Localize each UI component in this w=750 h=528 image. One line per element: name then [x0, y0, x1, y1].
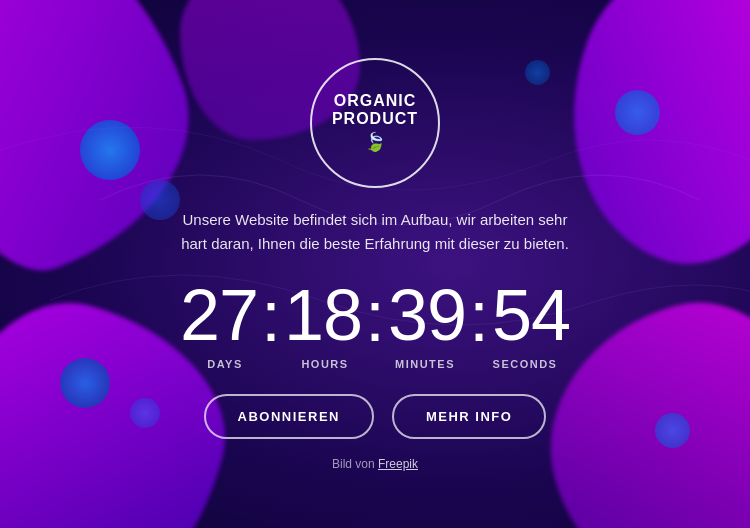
credit-prefix: Bild von	[332, 457, 378, 471]
separator-2: :	[365, 280, 385, 352]
circle-decoration-1	[80, 120, 140, 180]
logo-circle: ORGANIC PRODUCT 🍃	[310, 58, 440, 188]
days-value: 27	[179, 279, 259, 351]
description-text: Unsere Website befindet sich im Aufbau, …	[175, 208, 575, 256]
minutes-label: MINUTES	[385, 358, 465, 370]
hours-value: 18	[283, 279, 363, 351]
separator-3: :	[469, 280, 489, 352]
circle-decoration-4	[130, 398, 160, 428]
main-content: ORGANIC PRODUCT 🍃 Unsere Website befinde…	[175, 58, 575, 471]
logo-line1: ORGANIC	[334, 92, 417, 110]
days-label: DAYS	[185, 358, 265, 370]
credit-text: Bild von Freepik	[332, 457, 418, 471]
logo-line2: PRODUCT	[332, 110, 418, 128]
leaf-icon: 🍃	[364, 131, 386, 153]
hours-label: HOURS	[285, 358, 365, 370]
label-spacer-1	[265, 358, 285, 370]
countdown-timer: 27 : 18 : 39 : 54	[179, 278, 571, 352]
subscribe-button[interactable]: ABONNIEREN	[204, 394, 374, 439]
circle-decoration-5	[615, 90, 660, 135]
seconds-value: 54	[491, 279, 571, 351]
circle-decoration-6	[655, 413, 690, 448]
circle-decoration-3	[60, 358, 110, 408]
action-buttons: ABONNIEREN MEHR INFO	[204, 394, 547, 439]
countdown-labels: DAYS HOURS MINUTES SECONDS	[185, 358, 565, 370]
circle-decoration-2	[140, 180, 180, 220]
seconds-label: SECONDS	[485, 358, 565, 370]
more-info-button[interactable]: MEHR INFO	[392, 394, 546, 439]
minutes-value: 39	[387, 279, 467, 351]
freepik-link[interactable]: Freepik	[378, 457, 418, 471]
label-spacer-2	[365, 358, 385, 370]
label-spacer-3	[465, 358, 485, 370]
separator-1: :	[261, 280, 281, 352]
